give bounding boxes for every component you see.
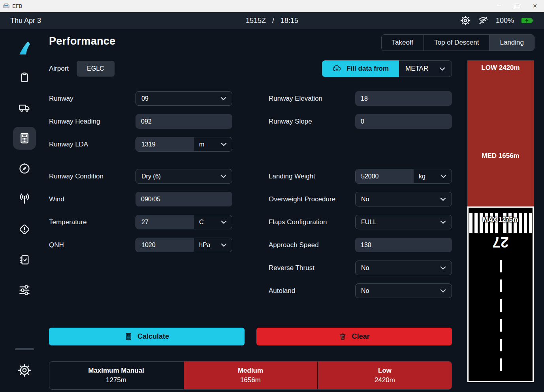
runway-number: 27 [469, 234, 533, 250]
runway-visualization: LOW 2420m MED 1656m MAX 1275m 27 [467, 60, 534, 392]
utc-time: 1515Z [246, 17, 266, 25]
field-label: Runway Condition [49, 173, 136, 180]
sidebar-item-ground-ops[interactable] [13, 96, 36, 119]
field-label: Wind [49, 195, 136, 203]
tab-top-of-descent[interactable]: Top of Descent [424, 35, 489, 51]
sidebar-item-navigation[interactable] [13, 157, 36, 180]
sidebar-item-checklist[interactable] [13, 248, 36, 271]
field-label: Runway Elevation [269, 95, 355, 103]
calculate-label: Calculate [137, 332, 169, 341]
sidebar-item-settings[interactable] [13, 359, 36, 382]
runway-graphic: MAX 1275m 27 [467, 206, 534, 382]
runway-lda-input[interactable] [136, 137, 194, 151]
field-label: Approach Speed [269, 241, 355, 249]
field-temperature: Temperature C [49, 215, 232, 229]
wind-input[interactable] [136, 192, 232, 206]
chevron-down-icon [439, 67, 445, 71]
field-runway-elevation: Runway Elevation [269, 91, 452, 106]
field-label: Runway [49, 95, 136, 103]
fill-source-select[interactable]: METAR [399, 60, 452, 77]
unit-value: kg [419, 173, 425, 180]
result-maximum-manual: Maximum Manual 1275m [49, 362, 183, 389]
reverse-thrust-select[interactable]: No [355, 261, 452, 275]
field-approach-speed: Approach Speed [269, 238, 452, 252]
field-label: Runway LDA [49, 141, 136, 148]
field-label: Autoland [269, 287, 355, 295]
result-value: 1275m [106, 376, 126, 384]
fill-source-value: METAR [405, 65, 428, 73]
select-value: FULL [361, 219, 376, 226]
max-distance-label: MAX 1275m [469, 216, 533, 223]
select-value: No [361, 196, 369, 203]
runway-centerline [500, 260, 502, 378]
autoland-select[interactable]: No [355, 283, 452, 298]
field-runway: Runway 09 [49, 91, 232, 106]
calculate-button[interactable]: Calculate [49, 328, 245, 345]
runway-slope-input[interactable] [355, 114, 452, 129]
chevron-down-icon [221, 220, 227, 224]
flaps-configuration-select[interactable]: FULL [355, 215, 452, 229]
tab-takeoff[interactable]: Takeoff [382, 35, 424, 51]
temperature-input[interactable] [136, 215, 194, 229]
fill-data-from-button[interactable]: Fill data from [322, 60, 399, 77]
landing-weight-input[interactable] [356, 169, 414, 183]
tab-group: Takeoff Top of Descent Landing [381, 34, 535, 51]
minimize-button[interactable] [489, 0, 508, 12]
select-value: 09 [141, 95, 149, 102]
field-runway-slope: Runway Slope [269, 114, 452, 129]
battery-charging-icon [521, 17, 534, 24]
trash-icon [339, 332, 347, 341]
sidebar-item-radio[interactable] [13, 188, 36, 210]
landing-weight-unit-select[interactable]: kg [414, 169, 452, 183]
med-distance-label: MED 1656m [467, 152, 534, 160]
approach-speed-input[interactable] [355, 238, 452, 252]
result-low: Low 2420m [317, 362, 452, 389]
efb-app-window: EFB ✕ Thu Apr 3 1515Z / 18:15 [0, 0, 544, 392]
wifi-off-icon[interactable] [478, 15, 489, 26]
app-icon [3, 3, 9, 9]
app-logo [16, 37, 33, 60]
runway-heading-input[interactable] [136, 114, 232, 129]
gear-icon [18, 364, 31, 377]
warning-icon [18, 223, 31, 236]
result-value: 2420m [375, 376, 395, 384]
performance-form: Runway 09 Runway Heading [49, 91, 452, 306]
temperature-unit-select[interactable]: C [194, 215, 232, 229]
overrun-zone: LOW 2420m MED 1656m [467, 60, 534, 206]
runway-elevation-input[interactable] [355, 91, 452, 106]
truck-icon [18, 101, 31, 114]
chevron-down-icon [440, 289, 446, 293]
sidebar-item-alerts[interactable] [13, 218, 36, 241]
airport-code: EGLC [87, 65, 104, 72]
field-label: Runway Heading [49, 118, 136, 126]
sidebar [0, 29, 49, 392]
overweight-procedure-select[interactable]: No [355, 192, 452, 206]
qnh-unit-select[interactable]: hPa [194, 238, 232, 252]
field-overweight-procedure: Overweight Procedure No [269, 192, 452, 206]
sidebar-item-options[interactable] [13, 279, 36, 302]
runway-condition-select[interactable]: Dry (6) [136, 169, 232, 184]
calculator-icon [124, 332, 133, 341]
field-landing-weight: Landing Weight kg [269, 169, 452, 184]
field-qnh: QNH hPa [49, 238, 232, 252]
close-button[interactable]: ✕ [526, 0, 544, 12]
clear-button[interactable]: Clear [256, 328, 452, 345]
tab-landing[interactable]: Landing [489, 35, 534, 51]
runway-lda-unit-select[interactable]: m [194, 137, 232, 151]
sidebar-item-performance[interactable] [13, 127, 36, 150]
sidebar-item-flight-info[interactable] [13, 66, 36, 89]
statusbar: Thu Apr 3 1515Z / 18:15 [0, 12, 544, 29]
airport-code-button[interactable]: EGLC [77, 61, 115, 77]
time-separator: / [272, 17, 274, 25]
maximize-button[interactable] [508, 0, 526, 12]
field-runway-lda: Runway LDA m [49, 137, 232, 152]
unit-value: m [199, 141, 204, 148]
result-label: Low [378, 367, 392, 375]
status-clock: 1515Z / 18:15 [246, 17, 298, 25]
result-label: Medium [238, 367, 263, 375]
qnh-input[interactable] [136, 238, 194, 252]
runway-select[interactable]: 09 [136, 91, 232, 106]
local-time: 18:15 [280, 17, 298, 25]
settings-icon[interactable] [460, 15, 471, 26]
chevron-down-icon [440, 174, 446, 178]
